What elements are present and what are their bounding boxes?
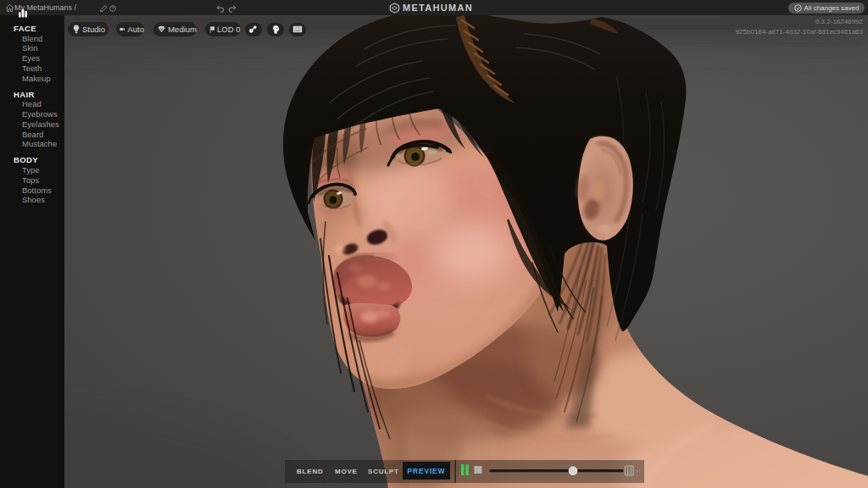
svg-text:?: ?	[112, 5, 114, 10]
